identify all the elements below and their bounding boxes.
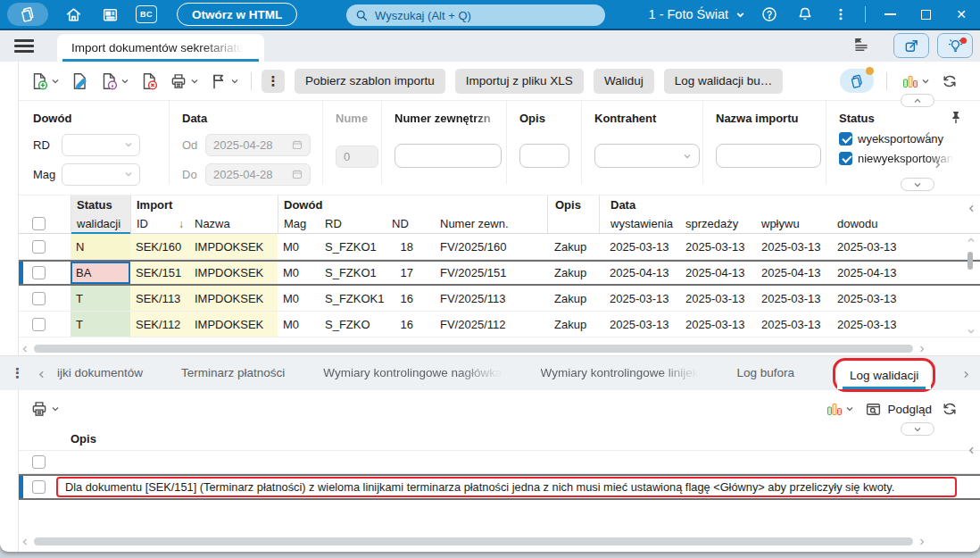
chevron-down-icon[interactable] <box>921 77 930 86</box>
tab-linijki-dokumentow[interactable]: ijki dokumentów <box>57 366 143 390</box>
collapse-panel-button[interactable] <box>901 422 934 436</box>
menu-button[interactable] <box>14 39 34 56</box>
more-actions-button[interactable]: ⋮ <box>262 70 285 93</box>
maximize-button[interactable] <box>914 3 937 26</box>
col-nazwa[interactable]: Nazwa <box>189 214 278 233</box>
scroll-up-icon[interactable] <box>967 236 976 245</box>
bc-button[interactable]: BC <box>135 3 158 26</box>
assistant-button[interactable] <box>937 33 973 58</box>
rd-select[interactable] <box>62 134 140 156</box>
row-checkbox[interactable] <box>32 240 46 254</box>
related-windows-button[interactable] <box>840 69 874 93</box>
vertical-scrollbar-thumb[interactable] <box>968 252 973 270</box>
collapse-grid-button[interactable] <box>901 178 934 191</box>
document-info-button[interactable] <box>97 70 131 93</box>
tab-wymiary-linijek[interactable]: Wymiary kontrolingowe linijek <box>541 366 699 390</box>
flag-button[interactable] <box>207 70 241 93</box>
delete-document-button[interactable] <box>137 70 161 93</box>
col-numer-zewn[interactable]: Numer zewn. <box>422 214 547 233</box>
status-option-not-exported[interactable]: niewyeksportowan <box>839 151 926 166</box>
chevron-down-icon[interactable] <box>120 77 129 86</box>
tab-terminarz-platnosci[interactable]: Terminarz płatności <box>181 366 285 390</box>
col-rd[interactable]: RD <box>320 214 386 233</box>
kontrahent-select[interactable] <box>594 144 700 168</box>
tabs-scroll-right-icon[interactable] <box>961 370 971 379</box>
panel-print-button[interactable] <box>28 397 62 421</box>
row-checkbox[interactable] <box>32 318 46 331</box>
chevron-down-icon[interactable] <box>190 77 199 86</box>
tab-log-walidacji[interactable]: Log walidacji <box>837 362 931 389</box>
chevron-down-icon[interactable] <box>51 77 60 86</box>
open-in-html-button[interactable]: Otwórz w HTML <box>177 3 297 26</box>
group-status[interactable]: Status <box>71 196 130 214</box>
panel-col-opis[interactable]: Opis <box>71 432 96 446</box>
group-dowod[interactable]: Dowód <box>278 196 547 214</box>
col-mag[interactable]: Mag <box>278 214 320 233</box>
scrollbar-thumb[interactable] <box>34 537 913 546</box>
collapse-filters-button[interactable] <box>901 94 934 107</box>
validate-button[interactable]: Waliduj <box>594 69 654 94</box>
scroll-down-icon[interactable] <box>967 327 976 336</box>
minimize-button[interactable] <box>878 3 901 26</box>
validation-log-button[interactable]: Log walidacji bu… <box>664 69 784 94</box>
col-nd[interactable]: ND <box>386 214 422 233</box>
scrollbar-thumb[interactable] <box>34 345 913 353</box>
panel-refresh-button[interactable] <box>941 400 959 418</box>
print-button[interactable] <box>167 70 201 93</box>
status-option-exported[interactable]: wyeksportowany <box>839 131 926 146</box>
horizontal-scrollbar[interactable] <box>21 343 926 354</box>
notifications-button[interactable] <box>793 3 817 26</box>
tab-import-dokumentow[interactable]: Import dokumentów sekretariatu <box>57 34 264 62</box>
chevron-down-icon[interactable] <box>230 77 239 86</box>
group-data[interactable]: Data <box>599 196 902 214</box>
chevron-right-icon[interactable] <box>933 160 943 170</box>
more-menu-button[interactable] <box>829 3 852 26</box>
table-row[interactable]: N SEK/160 IMPDOKSEK M0 S_FZKO1 18 FV/202… <box>19 234 980 260</box>
window-list-icon[interactable] <box>851 36 871 55</box>
share-button[interactable] <box>893 33 929 58</box>
chevron-left-icon[interactable] <box>923 130 933 140</box>
edit-document-button[interactable] <box>68 70 91 93</box>
nazwa-importu-input[interactable] <box>716 144 821 168</box>
help-button[interactable] <box>758 3 781 26</box>
group-import[interactable]: Import <box>130 196 278 214</box>
expand-panel-icon[interactable] <box>967 446 976 455</box>
app-modules-button[interactable] <box>7 3 48 26</box>
opis-input[interactable] <box>519 144 569 168</box>
global-search[interactable] <box>346 4 605 26</box>
date-from-input[interactable]: 2025-04-28 <box>205 134 311 156</box>
table-row-selected[interactable]: BA SEK/151 IMPDOKSEK M0 S_FZKO1 17 FV/20… <box>19 260 980 286</box>
preview-button[interactable]: Podgląd <box>865 401 932 418</box>
table-row[interactable]: T SEK/113 IMPDOKSEK M0 S_FZKOK1 16 FV/20… <box>19 286 980 312</box>
group-opis[interactable]: Opis <box>547 196 599 214</box>
close-button[interactable]: ✕ <box>950 3 973 26</box>
col-wplywu[interactable]: wpływu <box>751 214 826 233</box>
expand-panel-icon[interactable] <box>967 204 976 213</box>
add-document-button[interactable] <box>28 70 62 93</box>
import-xls-button[interactable]: Importuj z pliku XLS <box>455 69 584 94</box>
col-wystawienia[interactable]: wystawienia <box>599 214 675 233</box>
validation-message-row[interactable]: Dla dokumentu [SEK/151] (Terminarz płatn… <box>19 474 980 500</box>
refresh-button[interactable] <box>941 72 959 90</box>
tabs-menu-button[interactable]: ⋮ <box>11 365 24 381</box>
col-walidacji[interactable]: walidacji <box>71 214 130 233</box>
table-row[interactable]: T SEK/112 IMPDOKSEK M0 S_FZKO 16 FV/2025… <box>19 312 980 337</box>
numer-input[interactable]: 0 <box>336 146 378 168</box>
col-dowodu[interactable]: dowodu <box>826 214 902 233</box>
col-opis-sub[interactable] <box>547 214 599 233</box>
row-checkbox[interactable] <box>32 266 46 279</box>
col-id[interactable]: ID↓ <box>130 214 189 233</box>
checkbox-checked[interactable] <box>839 132 852 146</box>
chevron-down-icon[interactable] <box>845 404 854 413</box>
panel-horizontal-scrollbar[interactable] <box>21 536 926 547</box>
select-all-checkbox[interactable] <box>32 455 46 469</box>
panel-chart-button[interactable] <box>824 398 856 420</box>
row-checkbox[interactable] <box>32 480 46 494</box>
mag-select[interactable] <box>62 163 140 186</box>
company-selector[interactable]: 1 - Foto Świat <box>649 7 745 21</box>
chart-view-button[interactable] <box>900 71 932 92</box>
news-button[interactable] <box>98 3 121 26</box>
select-all-checkbox[interactable] <box>32 217 46 230</box>
tab-wymiary-naglowka[interactable]: Wymiary kontrolingowe nagłówka <box>323 366 502 390</box>
chevron-down-icon[interactable] <box>51 404 60 413</box>
